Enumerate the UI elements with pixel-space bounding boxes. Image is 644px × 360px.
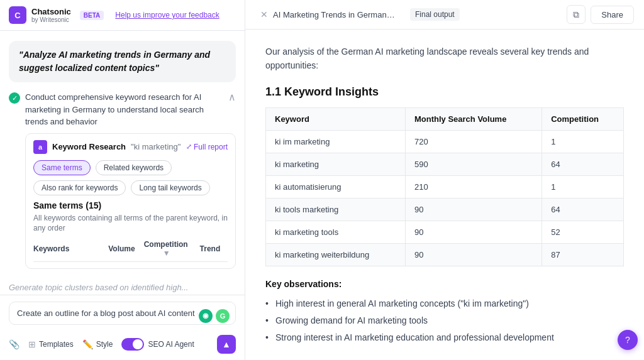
attachment-icon: 📎 (9, 339, 19, 349)
brand-sub: by Writesonic (31, 16, 71, 23)
kw-query: "ki marketing" (131, 142, 180, 151)
brand-name: Chatsonic (31, 7, 71, 16)
left-panel: C Chatsonic by Writesonic BETA Help us i… (0, 0, 245, 360)
beta-badge: BETA (80, 11, 104, 20)
style-btn[interactable]: ✏️ Style (82, 339, 113, 349)
table-header-volume: Monthly Search Volume (406, 107, 542, 130)
cell-volume: 720 (406, 130, 542, 153)
right-panel: ✕ AI Marketing Trends in Germany: Analys… (245, 0, 644, 360)
seo-label: SEO AI Agent (148, 340, 194, 349)
send-button[interactable]: ▲ (217, 335, 236, 354)
list-item: Growing demand for AI marketing tools (265, 312, 624, 329)
templates-icon: ⊞ (28, 339, 36, 349)
step-check-icon: ✓ (9, 92, 20, 104)
table-row: ki marketing tools 90 52 (266, 221, 624, 243)
cell-competition: 1 (542, 130, 624, 153)
attachment-btn[interactable]: 📎 (9, 339, 19, 349)
same-terms-title: Same terms (15) (33, 200, 228, 210)
copy-btn[interactable]: ⧉ (567, 5, 586, 24)
cell-keyword: ki marketing (266, 153, 406, 175)
cell-volume: 90 (406, 221, 542, 243)
share-button[interactable]: Share (591, 6, 634, 24)
tag-also-rank[interactable]: Also rank for keywords (33, 180, 126, 195)
g-icon-2: G (216, 309, 230, 323)
agent-step: ✓ Conduct comprehensive keyword research… (9, 91, 236, 269)
kw-table-header: Keywords Volume Competition ▼ Trend (33, 240, 228, 262)
input-bottom-left: 📎 ⊞ Templates ✏️ Style SEO AI Agent (9, 338, 194, 351)
cell-competition: 1 (542, 175, 624, 198)
same-terms-desc: All keywords containing all terms of the… (33, 213, 228, 234)
assist-button[interactable]: ? (618, 330, 638, 350)
cell-competition: 64 (542, 153, 624, 175)
cell-keyword: ki im marketing (266, 130, 406, 153)
same-terms-section: Same terms (15) All keywords containing … (33, 200, 228, 263)
section-1-1-title: 1.1 Keyword Insights (265, 85, 624, 99)
cell-keyword: ki marketing tools (266, 221, 406, 243)
seo-toggle-container: SEO AI Agent (121, 338, 194, 351)
table-header-keyword: Keyword (266, 107, 406, 130)
keyword-card-title: a Keyword Research "ki marketing" (33, 140, 180, 154)
chat-area: "Analyze AI marketing trends in Germany … (0, 31, 245, 295)
keyword-card-header: a Keyword Research "ki marketing" ⤢ Full… (33, 140, 228, 154)
seo-toggle[interactable] (121, 338, 144, 351)
templates-btn[interactable]: ⊞ Templates (28, 339, 74, 349)
cell-competition: 52 (542, 221, 624, 243)
content-intro: Our analysis of the German AI marketing … (265, 45, 624, 73)
table-row: ki im marketing 720 1 (266, 130, 624, 153)
kw-tool-icon: a (33, 140, 47, 154)
table-header-competition: Competition (542, 107, 624, 130)
tag-related-keywords[interactable]: Related keywords (96, 160, 172, 175)
generate-row: Generate topic clusters based on identif… (9, 278, 236, 295)
feedback-link[interactable]: Help us improve your feedback (115, 11, 219, 19)
keyword-card: a Keyword Research "ki marketing" ⤢ Full… (25, 133, 236, 270)
cell-volume: 90 (406, 198, 542, 221)
right-content: Our analysis of the German AI marketing … (245, 30, 644, 360)
user-message: "Analyze AI marketing trends in Germany … (9, 41, 236, 82)
cell-volume: 90 (406, 243, 542, 266)
cell-keyword: ki tools marketing (266, 198, 406, 221)
tab-close-icon[interactable]: ✕ (260, 9, 268, 19)
cell-competition: 64 (542, 198, 624, 221)
tab-title: AI Marketing Trends in Germany: Analysis… (273, 10, 399, 19)
input-bottom: 📎 ⊞ Templates ✏️ Style SEO AI Agent ▲ (9, 335, 236, 354)
kw-col-keywords: Keywords (33, 244, 104, 253)
cell-keyword: ki automatisierung (266, 175, 406, 198)
cell-competition: 87 (542, 243, 624, 266)
step-text: Conduct comprehensive keyword research f… (25, 91, 223, 128)
kw-col-trend: Trend (192, 244, 228, 253)
tag-same-terms[interactable]: Same terms (33, 160, 91, 175)
table-row: ki marketing weiterbildung 90 87 (266, 243, 624, 266)
tab-item: ✕ AI Marketing Trends in Germany: Analys… (255, 7, 404, 22)
full-report-link[interactable]: ⤢ Full report (186, 143, 228, 151)
cell-keyword: ki marketing weiterbildung (266, 243, 406, 266)
cell-volume: 590 (406, 153, 542, 175)
tag-long-tail[interactable]: Long tail keywords (131, 180, 209, 195)
app-logo: C (9, 6, 26, 24)
input-wrapper: ◉ G (9, 302, 236, 330)
style-icon: ✏️ (82, 339, 93, 349)
kw-col-volume: Volume (104, 244, 139, 253)
cell-volume: 210 (406, 175, 542, 198)
table-row: ki tools marketing 90 64 (266, 198, 624, 221)
right-header-actions: ⧉ Share (567, 5, 634, 24)
observations-title: Key observations: (265, 279, 624, 289)
templates-label: Templates (39, 340, 74, 349)
app-header: C Chatsonic by Writesonic BETA Help us i… (0, 0, 245, 31)
style-label: Style (96, 340, 113, 349)
table-row: ki automatisierung 210 1 (266, 175, 624, 198)
keyword-insights-table: Keyword Monthly Search Volume Competitio… (265, 107, 624, 266)
table-row: ki marketing 590 64 (266, 153, 624, 175)
g-icon-1: ◉ (199, 309, 213, 323)
final-output-badge: Final output (410, 8, 460, 21)
bullet-list: High interest in general AI marketing co… (265, 295, 624, 346)
right-header: ✕ AI Marketing Trends in Germany: Analys… (245, 0, 644, 30)
input-area: ◉ G 📎 ⊞ Templates ✏️ Style SEO AI (0, 295, 245, 360)
kw-col-competition: Competition ▼ (140, 240, 192, 258)
input-icons-right: ◉ G (199, 309, 230, 323)
list-item: Strong interest in AI marketing educatio… (265, 329, 624, 346)
list-item: High interest in general AI marketing co… (265, 295, 624, 312)
step-header: ✓ Conduct comprehensive keyword research… (9, 91, 236, 128)
tag-row: Same terms Related keywords Also rank fo… (33, 160, 228, 195)
step-toggle[interactable]: ∧ (228, 91, 236, 103)
